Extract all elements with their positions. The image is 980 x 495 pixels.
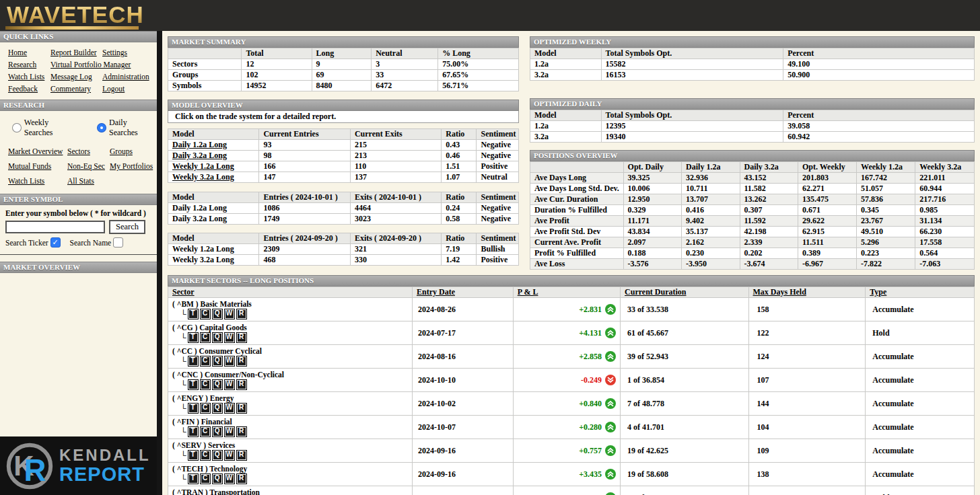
model-link-weekly-3-2a-long[interactable]: Weekly 3.2a Long [172,172,234,182]
research-link-non-eq-sec[interactable]: Non-Eq Sec [67,162,110,171]
tool-button-r[interactable]: R [236,450,247,461]
sidebar-item-home[interactable]: Home [8,48,50,57]
cell: Daily 1.2a Long [168,140,259,151]
model-link-daily-1-2a-long[interactable]: Daily 1.2a Long [172,140,227,149]
tool-button-q[interactable]: Q [212,356,223,367]
tool-button-w[interactable]: W [224,379,235,390]
tool-button-t[interactable]: T [188,450,199,461]
search-button[interactable]: Search [109,220,145,234]
tool-button-c[interactable]: C [200,450,211,461]
tool-button-w[interactable]: W [224,309,235,319]
branch-icon: └ [180,357,186,365]
cell: -3.674 [740,259,798,270]
cell: 3.2a [530,70,602,81]
cell: 4464 [350,203,441,214]
sidebar-item-message-log[interactable]: Message Log [50,73,102,81]
sidebar-item-settings[interactable]: Settings [102,48,154,57]
tool-button-q[interactable]: Q [212,309,223,319]
max-days-cell: 104 [748,416,866,439]
long-positions-table: SectorEntry DateP & LCurrent DurationMax… [168,287,975,495]
tool-button-t[interactable]: T [188,379,199,390]
sidebar-item-watch-lists[interactable]: Watch Lists [8,73,50,81]
tool-button-w[interactable]: W [224,403,235,414]
research-link-sectors[interactable]: Sectors [67,147,110,156]
research-link-my-portfolios[interactable]: My Portfolios [110,162,154,171]
tool-button-r[interactable]: R [236,332,247,343]
tool-button-r[interactable]: R [236,403,247,414]
branch-icon: └ [180,404,186,412]
kendall-report-logo: K R KENDALL REPORT [0,436,157,495]
tool-button-c[interactable]: C [200,426,211,437]
tool-button-t[interactable]: T [188,473,199,484]
checkbox-search-name[interactable] [113,237,123,248]
tool-button-q[interactable]: Q [212,473,223,484]
tool-button-w[interactable]: W [224,473,235,484]
model-link-daily-3-2a-long[interactable]: Daily 3.2a Long [172,151,227,160]
sidebar-item-virtual-portfolio-manager[interactable]: Virtual Portfolio Manager [50,61,154,69]
sidebar-item-feedback[interactable]: Feedback [8,85,50,93]
column-header-max-days-held[interactable]: Max Days Held [748,287,866,298]
tool-button-r[interactable]: R [236,379,247,390]
research-link-watch-lists[interactable]: Watch Lists [8,177,67,186]
sidebar-item-report-builder[interactable]: Report Builder [50,48,102,57]
column-header-current-duration[interactable]: Current Duration [621,287,748,298]
research-link-market-overview[interactable]: Market Overview [8,147,67,156]
research-link-mutual-funds[interactable]: Mutual Funds [8,162,67,171]
table-row: 1.2a1239539.058 [530,121,975,132]
sidebar-item-research[interactable]: Research [8,61,50,69]
checkbox-search-ticker[interactable]: ✓ [50,237,61,248]
tool-button-q[interactable]: Q [212,379,223,390]
model-link-weekly-1-2a-long[interactable]: Weekly 1.2a Long [172,161,234,171]
tool-button-r[interactable]: R [236,426,247,437]
research-link-all-stats[interactable]: All Stats [67,177,154,186]
tool-button-c[interactable]: C [200,356,211,367]
tool-button-r[interactable]: R [236,473,247,484]
tool-button-q[interactable]: Q [212,426,223,437]
cell: Weekly 3.2a Long [168,172,259,183]
radio-weekly-searches[interactable] [12,123,22,132]
tool-button-q[interactable]: Q [212,332,223,343]
tool-button-q[interactable]: Q [212,403,223,414]
tool-button-c[interactable]: C [200,309,211,319]
sidebar-item-administration[interactable]: Administration [102,73,154,81]
tool-button-r[interactable]: R [236,309,247,319]
research-link-groups[interactable]: Groups [110,147,154,156]
tool-button-t[interactable]: T [188,356,199,367]
cell: 0.985 [915,205,975,216]
tool-button-c[interactable]: C [200,473,211,484]
column-header-sector[interactable]: Sector [168,287,413,298]
sidebar-item-logout[interactable]: Logout [102,85,154,93]
branch-icon: └ [180,428,186,436]
max-days-cell: 107 [748,369,866,392]
tool-button-w[interactable]: W [224,332,235,343]
tool-button-t[interactable]: T [188,309,199,319]
symbol-input[interactable] [5,221,105,233]
tool-button-t[interactable]: T [188,332,199,343]
column-header-type[interactable]: Type [866,287,975,298]
pnl-value: +2.831 [579,305,602,314]
wavetech-logo[interactable]: WAVETECH [7,1,144,28]
tool-button-w[interactable]: W [224,426,235,437]
cell: 0.46 [442,151,477,161]
sidebar-item-commentary[interactable]: Commentary [50,85,102,93]
tool-button-w[interactable]: W [224,356,235,367]
radio-daily-searches[interactable] [97,123,106,132]
tool-button-c[interactable]: C [200,403,211,414]
tool-button-t[interactable]: T [188,426,199,437]
tool-button-c[interactable]: C [200,379,211,390]
cell: 201.803 [798,173,856,184]
cell: 12.950 [623,194,681,205]
tool-button-r[interactable]: R [236,356,247,367]
tool-button-t[interactable]: T [188,403,199,414]
cell: 213 [350,151,441,161]
tool-button-w[interactable]: W [224,450,235,461]
column-header-p-l[interactable]: P & L [513,287,620,298]
table-row: Current Ave. Profit2.0972.1622.33911.511… [530,237,975,248]
tool-button-c[interactable]: C [200,332,211,343]
sidebar: QUICK LINKS HomeReport BuilderSettingsRe… [0,31,157,495]
column-header-opt-weekly: Opt. Weekly [798,162,856,173]
tool-button-q[interactable]: Q [212,450,223,461]
column-header-entry-date[interactable]: Entry Date [412,287,513,298]
entry-date-cell: 2024-07-17 [412,321,513,345]
column-header-sentiment: Sentiment [477,129,519,140]
